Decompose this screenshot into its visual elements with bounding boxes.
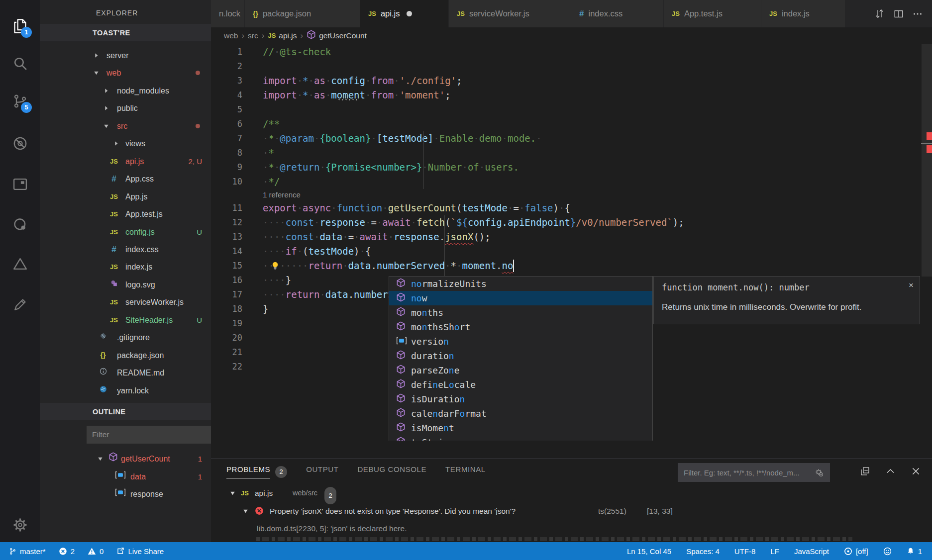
status-2[interactable]: 2 [57, 542, 77, 560]
problem-row-file[interactable]: JSapi.jsweb/src2 [211, 484, 932, 502]
problem-row-error[interactable]: Property 'jsonX' does not exist on type … [211, 502, 932, 520]
status-ln-15-col-45[interactable]: Ln 15, Col 45 [625, 542, 673, 560]
close-icon[interactable] [911, 466, 921, 476]
tab-package-json[interactable]: {}package.json [245, 0, 360, 27]
chevron-right-icon[interactable] [104, 99, 109, 117]
tab-App-test-js[interactable]: JSApp.test.js [664, 0, 761, 27]
outline-symbol-response[interactable]: response [40, 485, 211, 503]
status-1[interactable]: 1 [905, 542, 924, 560]
tab-serviceWorker-js[interactable]: JSserviceWorker.js [449, 0, 571, 27]
file-row-web[interactable]: web [40, 64, 211, 82]
file-row-serviceWorker-js[interactable]: JSserviceWorker.js [40, 293, 211, 311]
activity-source-control-icon[interactable]: 5 [0, 89, 40, 113]
breadcrumb-item-getUserCount[interactable]: getUserCount [307, 30, 367, 41]
tab-n-lock[interactable]: n.lock [211, 0, 245, 27]
suggest-item-version[interactable]: version [389, 334, 652, 349]
activity-files-icon[interactable]: 1 [0, 14, 40, 38]
problems-filter-input[interactable] [678, 463, 830, 482]
file-row-SiteHeader-js[interactable]: JSSiteHeader.jsU [40, 311, 211, 329]
suggest-item-monthsShort[interactable]: monthsShort [389, 320, 652, 334]
status-live-share[interactable]: Live Share [114, 542, 166, 560]
problem-row-related[interactable]: lib.dom.d.ts[2230, 5]: 'json' is declare… [211, 520, 932, 537]
file-row-public[interactable]: public [40, 99, 211, 117]
activity-search-icon[interactable] [0, 51, 40, 75]
suggest-item-now[interactable]: now [389, 291, 652, 305]
file-row-src[interactable]: src [40, 117, 211, 135]
suggest-item-normalizeUnits[interactable]: normalizeUnits [389, 277, 652, 291]
modified-dot-icon[interactable] [407, 11, 412, 16]
collapse-all-icon[interactable] [860, 466, 870, 476]
file-row-server[interactable]: server [40, 47, 211, 64]
chevron-down-icon[interactable] [243, 502, 248, 520]
suggest-item-calendarFormat[interactable]: calendarFormat [389, 406, 652, 421]
panel-tab-debug-console[interactable]: DEBUG CONSOLE [357, 465, 426, 478]
filter-gear-icon[interactable] [814, 467, 824, 479]
panel-tab-output[interactable]: OUTPUT [306, 465, 338, 478]
outline-symbol-data[interactable]: data1 [40, 468, 211, 485]
suggest-item-defineLocale[interactable]: defineLocale [389, 377, 652, 392]
suggest-item-isDuration[interactable]: isDuration [389, 392, 652, 406]
status-spaces-4[interactable]: Spaces: 4 [684, 542, 722, 560]
file-row-logo-svg[interactable]: logo.svg [40, 276, 211, 293]
breadcrumb-item-api.js[interactable]: JSapi.js [268, 31, 297, 40]
activity-circle-tool-icon[interactable] [0, 212, 40, 236]
file-row-config-js[interactable]: JSconfig.jsU [40, 223, 211, 241]
file-row--gitignore[interactable]: .gitignore [40, 329, 211, 346]
status-lf[interactable]: LF [768, 542, 781, 560]
panel-tab-problems[interactable]: PROBLEMS2 [226, 465, 287, 478]
file-row-package-json[interactable]: {}package.json [40, 347, 211, 364]
suggest-item-months[interactable]: months [389, 305, 652, 320]
more-actions-icon[interactable] [912, 8, 923, 19]
activity-window-box-icon[interactable] [0, 172, 40, 196]
status-0[interactable]: 0 [86, 542, 105, 560]
file-row-api-js[interactable]: JSapi.js2, U [40, 153, 211, 170]
file-row-App-css[interactable]: #App.css [40, 170, 211, 187]
outline-symbol-getUserCount[interactable]: getUserCount1 [40, 450, 211, 467]
file-row-index-css[interactable]: #index.css [40, 241, 211, 258]
outline-section-header[interactable]: OUTLINE [40, 403, 211, 420]
outline-filter-input[interactable] [87, 426, 211, 444]
activity-debug-disabled-icon[interactable] [0, 131, 40, 155]
compare-icon[interactable] [874, 8, 885, 19]
chevron-right-icon[interactable] [94, 47, 99, 64]
file-row-App-js[interactable]: JSApp.js [40, 188, 211, 205]
breadcrumb-item-web[interactable]: web [224, 31, 238, 40]
activity-triangle-tool-icon[interactable] [0, 252, 40, 276]
tab-index-css[interactable]: #index.css [571, 0, 664, 27]
split-editor-icon[interactable] [893, 8, 904, 19]
tab-index-js[interactable]: JSindex.js [761, 0, 847, 27]
status-master-[interactable]: master* [7, 542, 48, 560]
file-row-App-test-js[interactable]: JSApp.test.js [40, 205, 211, 223]
suggest-item-parseZone[interactable]: parseZone [389, 363, 652, 377]
breadcrumb-item-src[interactable]: src [248, 31, 258, 40]
chevron-down-icon[interactable] [94, 64, 99, 82]
file-row-views[interactable]: views [40, 135, 211, 152]
chevron-down-icon[interactable] [98, 450, 103, 467]
status--off-[interactable]: [off] [842, 542, 870, 560]
workspace-section-header[interactable]: TOAST'RE [40, 24, 211, 41]
activity-pen-tool-icon[interactable] [0, 292, 40, 316]
file-row-node-modules[interactable]: node_modules [40, 82, 211, 99]
code-editor[interactable]: 12345678910111213141516171819202122 1 re… [211, 44, 932, 441]
tab-api-js[interactable]: JSapi.js [360, 0, 449, 27]
status-smiley-icon[interactable] [881, 542, 894, 560]
suggest-item-duration[interactable]: duration [389, 349, 652, 363]
chevron-right-icon[interactable] [113, 135, 119, 152]
status-utf-8[interactable]: UTF-8 [732, 542, 758, 560]
file-row-index-js[interactable]: JSindex.js [40, 258, 211, 276]
lightbulb-icon[interactable] [270, 261, 280, 273]
close-icon[interactable]: × [909, 280, 914, 290]
file-row-yarn-lock[interactable]: yarn.lock [40, 382, 211, 399]
panel-tab-terminal[interactable]: TERMINAL [445, 465, 486, 478]
chevron-down-icon[interactable] [230, 484, 235, 502]
codelens-references[interactable]: 1 reference [263, 189, 301, 201]
chevron-right-icon[interactable] [104, 82, 109, 99]
editor-scrollbar[interactable] [922, 44, 932, 277]
file-row-README-md[interactable]: README.md [40, 364, 211, 381]
chevron-up-icon[interactable] [885, 466, 896, 476]
suggest-item-toString[interactable]: toString [389, 435, 652, 441]
suggest-item-isMoment[interactable]: isMoment [389, 421, 652, 435]
chevron-down-icon[interactable] [104, 117, 109, 135]
activity-gear-icon[interactable] [0, 513, 40, 537]
status-javascript[interactable]: JavaScript [792, 542, 831, 560]
